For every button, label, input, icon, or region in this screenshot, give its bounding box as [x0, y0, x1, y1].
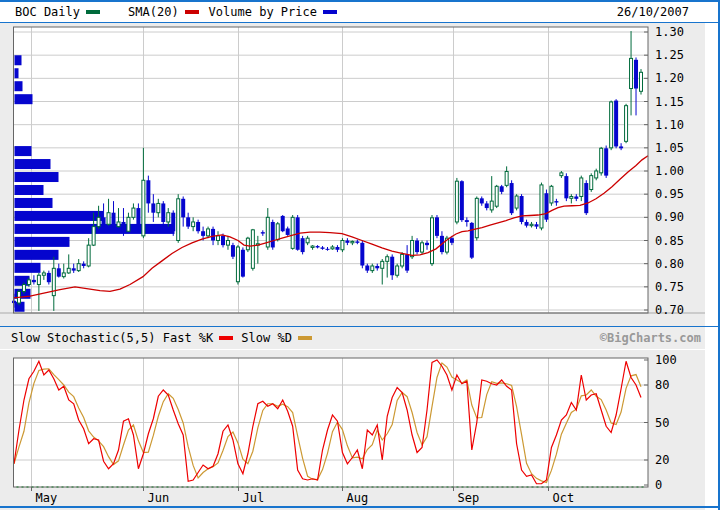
- candle-body-up: [77, 264, 80, 271]
- candle-body-up: [431, 218, 434, 264]
- candle-body-up: [560, 173, 563, 176]
- candle-body-down: [425, 243, 429, 245]
- candle-body-up: [590, 176, 593, 190]
- month-label: May: [36, 491, 58, 505]
- candle-body-down: [480, 198, 484, 203]
- candle-body-down: [584, 183, 588, 213]
- candle-body-up: [371, 266, 374, 271]
- candle-body-down: [72, 268, 76, 270]
- candle-body-up: [97, 217, 100, 226]
- candle-body-up: [515, 196, 518, 208]
- candle-body-up: [87, 245, 90, 266]
- candle-body-down: [161, 203, 165, 222]
- candle-body-up: [177, 199, 180, 241]
- month-label: Oct: [553, 491, 575, 505]
- candle-body-down: [465, 220, 469, 222]
- candle-body-up: [27, 280, 30, 285]
- price-axis-label: 1.00: [655, 164, 684, 178]
- candle-body-down: [261, 232, 265, 233]
- symbol-label: BOC Daily: [15, 5, 80, 19]
- candle-body-up: [625, 106, 628, 142]
- header-separator: [0, 22, 718, 23]
- candle-body-up: [291, 217, 294, 248]
- price-axis-label: 1.10: [655, 118, 684, 132]
- volume-by-price-bar: [15, 172, 59, 182]
- candle-body-down: [221, 236, 225, 245]
- price-axis-label: 1.15: [655, 95, 684, 109]
- candle-body-down: [460, 181, 464, 220]
- candle-body-down: [201, 231, 205, 236]
- candle-body-up: [490, 201, 493, 210]
- candle-body-down: [360, 243, 364, 266]
- month-label: Jun: [148, 491, 170, 505]
- candle-body-down: [241, 250, 245, 277]
- candle-body-up: [217, 236, 220, 241]
- candle-body-down: [619, 146, 623, 148]
- candle-body-up: [411, 241, 414, 257]
- candle-body-down: [281, 216, 285, 231]
- candle-body-up: [455, 181, 458, 222]
- candle-body-up: [580, 178, 583, 197]
- candle-body-down: [316, 246, 320, 247]
- month-label: Jul: [243, 491, 265, 505]
- candle-body-up: [236, 247, 239, 282]
- candle-body-down: [321, 247, 325, 248]
- stochastic-label-row: Slow Stochastic(5,5) Fast %K Slow %D ©Bi…: [0, 327, 705, 349]
- candle-body-up: [550, 186, 553, 203]
- volume-by-price-bar: [15, 159, 51, 169]
- chart-header: BOC Daily SMA(20) Volume by Price 26/10/…: [5, 2, 705, 22]
- candle-body-up: [92, 227, 95, 246]
- volume-by-price-bar: [15, 55, 22, 65]
- candle-body-down: [554, 201, 558, 202]
- volume-by-price-bar: [15, 250, 59, 260]
- candle-body-down: [500, 186, 504, 192]
- price-axis-label: 0.85: [655, 234, 684, 248]
- volume-by-price-bar: [15, 81, 23, 91]
- stoch-axis-label: 80: [655, 378, 669, 392]
- volume-by-price-label: Volume by Price: [209, 5, 317, 19]
- candle-body-up: [401, 254, 404, 266]
- candle-body-up: [570, 196, 573, 198]
- candle-body-down: [326, 249, 330, 250]
- volume-by-price-bar: [15, 68, 19, 78]
- candle-body-down: [355, 241, 359, 242]
- candle-body-down: [57, 268, 61, 276]
- candle-body-down: [102, 217, 106, 224]
- page-border-bottom: [0, 506, 720, 508]
- candle-body-down: [151, 203, 155, 212]
- month-label: Aug: [347, 491, 369, 505]
- price-axis-label: 0.80: [655, 257, 684, 271]
- candle-body-up: [630, 58, 633, 88]
- sma-label: SMA(20): [128, 5, 179, 19]
- month-label: Sep: [458, 491, 480, 505]
- candle-body-up: [62, 273, 65, 277]
- volume-by-price-bar: [15, 211, 104, 221]
- slow-d-label: Slow %D: [241, 331, 292, 345]
- price-axis-label: 1.20: [655, 71, 684, 85]
- candle-body-up: [107, 213, 110, 225]
- candle-body-up: [396, 266, 399, 275]
- candle-body-down: [286, 228, 290, 234]
- candle-body-up: [157, 203, 160, 212]
- candle-body-up: [132, 208, 135, 217]
- candle-body-up: [226, 241, 229, 246]
- price-axis-label: 0.90: [655, 210, 684, 224]
- stoch-axis-label: 0: [655, 478, 662, 492]
- price-axis-label: 1.25: [655, 48, 684, 62]
- stochastic-label: Slow Stochastic(5,5) Fast %K: [11, 331, 213, 345]
- volume-by-price-bar: [15, 263, 41, 273]
- candle-body-down: [544, 193, 548, 219]
- volume-swatch: [323, 10, 337, 14]
- fast-k-swatch: [219, 336, 233, 340]
- candle-body-up: [37, 275, 40, 284]
- stoch-axis-label: 50: [655, 416, 669, 430]
- candle-body-up: [421, 243, 424, 252]
- main-plot-background: [14, 27, 649, 313]
- candle-body-down: [271, 222, 275, 247]
- price-axis-label: 1.30: [655, 25, 684, 39]
- price-axis-label: 0.95: [655, 187, 684, 201]
- candle-body-up: [595, 171, 598, 178]
- candle-body-up: [610, 102, 613, 148]
- candle-body-up: [341, 241, 344, 250]
- stoch-axis-label: 100: [655, 353, 677, 367]
